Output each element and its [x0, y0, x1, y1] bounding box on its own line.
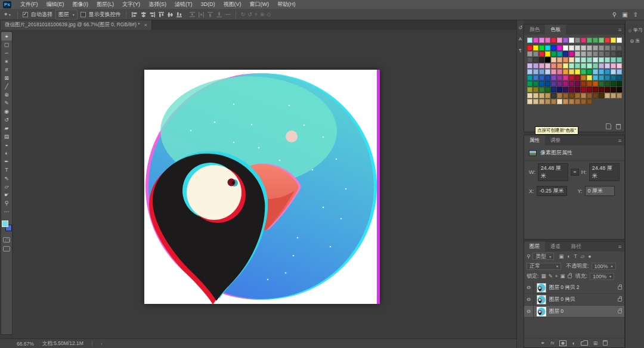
- swatch[interactable]: [587, 87, 592, 92]
- swatch[interactable]: [527, 81, 532, 86]
- swatch[interactable]: [575, 45, 580, 51]
- swatch[interactable]: [569, 69, 574, 74]
- swatch[interactable]: [599, 93, 604, 98]
- swatch[interactable]: [551, 69, 556, 74]
- menu-item[interactable]: 编辑(E): [42, 0, 69, 9]
- swatch[interactable]: [545, 93, 550, 98]
- swatch[interactable]: [557, 75, 562, 80]
- layer-row[interactable]: ʘ 图层 0 拷贝: [524, 294, 624, 306]
- screen-mode-icon[interactable]: [3, 246, 10, 251]
- swatch[interactable]: [551, 45, 556, 51]
- swatch[interactable]: [611, 75, 616, 80]
- zoom-level-field[interactable]: 66.67%: [17, 341, 34, 347]
- swatch[interactable]: [617, 38, 622, 43]
- filter-kind-icon[interactable]: ▱: [581, 253, 585, 259]
- swatch[interactable]: [617, 63, 622, 69]
- libraries-button[interactable]: ⊛ 库: [626, 36, 644, 46]
- opacity-dropdown[interactable]: 100% ▾: [592, 263, 616, 270]
- swatch[interactable]: [587, 99, 592, 104]
- panel-menu-icon[interactable]: ≡: [615, 241, 624, 251]
- swatch[interactable]: [569, 45, 574, 51]
- swatch[interactable]: [575, 99, 580, 104]
- more-tools[interactable]: ⋯: [1, 207, 12, 216]
- swatch[interactable]: [593, 81, 598, 86]
- swatch[interactable]: [539, 51, 544, 57]
- character-panel-icon[interactable]: A: [519, 36, 522, 42]
- zoom-tool[interactable]: ⚲: [1, 199, 12, 207]
- swatch[interactable]: [545, 38, 550, 43]
- filter-kind-icon[interactable]: T: [574, 253, 577, 259]
- swatch[interactable]: [539, 57, 544, 63]
- swatch[interactable]: [611, 87, 616, 92]
- swatch[interactable]: [611, 93, 616, 98]
- align-bottom-icon[interactable]: [176, 11, 182, 18]
- swatch[interactable]: [581, 93, 586, 98]
- swatch[interactable]: [587, 38, 592, 43]
- swatch[interactable]: [605, 45, 610, 51]
- swatch[interactable]: [581, 63, 586, 69]
- swatch[interactable]: [587, 45, 592, 51]
- swatch[interactable]: [617, 75, 622, 80]
- swatch[interactable]: [569, 51, 574, 57]
- menu-item[interactable]: 窗口(W): [246, 0, 274, 9]
- swatch[interactable]: [599, 87, 604, 92]
- x-field[interactable]: -0.25 厘米: [537, 186, 567, 196]
- layer-name[interactable]: 图层 0: [549, 308, 564, 315]
- swatch[interactable]: [557, 87, 562, 92]
- layer-thumbnail[interactable]: [537, 307, 546, 316]
- swatch[interactable]: [563, 99, 568, 104]
- swatch[interactable]: [545, 99, 550, 104]
- swatch[interactable]: [527, 99, 532, 104]
- swatch[interactable]: [575, 57, 580, 63]
- swatch[interactable]: [617, 93, 622, 98]
- swatch[interactable]: [545, 57, 550, 63]
- swatch[interactable]: [593, 75, 598, 80]
- paragraph-panel-icon[interactable]: ¶: [519, 48, 521, 53]
- layer-row[interactable]: ʘ 图层 0 拷贝 2: [524, 282, 624, 294]
- align-right-icon[interactable]: [149, 11, 156, 18]
- layer-name[interactable]: 图层 0 拷贝: [549, 296, 575, 303]
- swatch[interactable]: [611, 45, 616, 51]
- learn-button[interactable]: ☼ 学习: [626, 25, 644, 36]
- swatch[interactable]: [611, 51, 616, 57]
- history-panel-icon[interactable]: ↺: [518, 25, 522, 30]
- filter-kind-icon[interactable]: ●: [588, 253, 591, 259]
- clone-stamp-tool[interactable]: ◉: [1, 107, 12, 116]
- swatch[interactable]: [539, 63, 544, 69]
- distribute-top-icon[interactable]: [189, 11, 196, 18]
- swatch[interactable]: [563, 51, 568, 57]
- swatch[interactable]: [551, 57, 556, 63]
- swatch[interactable]: [533, 63, 538, 69]
- swatch[interactable]: [557, 99, 562, 104]
- swatch[interactable]: [551, 87, 556, 92]
- swatch[interactable]: [605, 63, 610, 69]
- tab-layers[interactable]: 图层: [524, 241, 545, 251]
- swatch[interactable]: [563, 57, 568, 63]
- swatch[interactable]: [569, 38, 574, 43]
- panel-menu-icon[interactable]: ≡: [615, 135, 624, 145]
- auto-select-target-dropdown[interactable]: 图层 ▾: [55, 10, 78, 20]
- show-transform-checkbox[interactable]: [80, 12, 86, 17]
- swatch[interactable]: [587, 57, 592, 63]
- adjustment-layer-icon[interactable]: ◐: [572, 340, 575, 346]
- layer-mask-icon[interactable]: [559, 340, 566, 346]
- swatch[interactable]: [575, 81, 580, 86]
- swatch[interactable]: [551, 75, 556, 80]
- type-tool[interactable]: T: [1, 166, 12, 174]
- swatch[interactable]: [587, 51, 592, 57]
- swatch[interactable]: [605, 38, 610, 43]
- visibility-eye-icon[interactable]: ʘ: [524, 294, 534, 305]
- swatch[interactable]: [593, 69, 598, 74]
- swatch[interactable]: [617, 87, 622, 92]
- lock-option-icon[interactable]: ⌖: [555, 273, 558, 279]
- layer-name[interactable]: 图层 0 拷贝 2: [549, 284, 580, 291]
- document-tab[interactable]: 微信图片_20181018100639.jpg @ 66.7%(图层 0, RG…: [1, 20, 152, 30]
- swatch[interactable]: [593, 87, 598, 92]
- tab-properties[interactable]: 属性: [524, 135, 545, 145]
- swatch[interactable]: [533, 69, 538, 74]
- frame-tool[interactable]: ⊠: [1, 74, 12, 82]
- lasso-tool[interactable]: ∽: [1, 49, 12, 57]
- swatch[interactable]: [527, 93, 532, 98]
- move-tool[interactable]: ⌖: [1, 32, 12, 41]
- swatch[interactable]: [587, 93, 592, 98]
